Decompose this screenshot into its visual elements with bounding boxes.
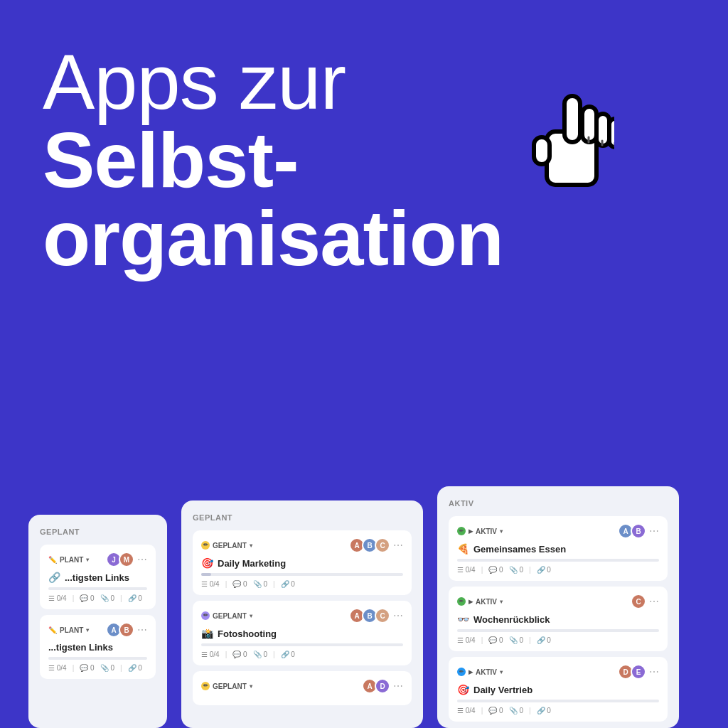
- svg-rect-4: [609, 119, 614, 147]
- task-title: ...tigsten Links: [65, 572, 129, 583]
- middle-emoji-1: 🎯: [201, 557, 213, 569]
- middle-title-1: Daily Marketing: [218, 558, 286, 569]
- status-label-2: PLANT: [60, 626, 83, 634]
- left-task-1[interactable]: ✏️ PLANT ▾ J M ⋯ 🔗 ...tigsten Links ☰: [40, 545, 156, 609]
- task-emoji: 🔗: [48, 572, 60, 583]
- status-badge-2: ✏️ PLANT ▾: [48, 626, 89, 634]
- task-title-2: ...tigsten Links: [48, 642, 113, 653]
- middle-task-3[interactable]: ✏ GEPLANT ▾ A D ⋯: [193, 671, 412, 705]
- right-emoji-3: 🎯: [457, 684, 469, 695]
- middle-more-1[interactable]: ⋯: [393, 540, 403, 551]
- right-status-label-3: AKTIV: [476, 668, 497, 676]
- left-card-header: GEPLANT: [40, 528, 156, 536]
- right-task-1[interactable]: ✏ ▶ AKTIV ▾ A B ⋯ 🍕 Gemeinsames Essen: [449, 516, 668, 581]
- cards-area: GEPLANT ✏️ PLANT ▾ J M ⋯ 🔗 ..: [0, 486, 728, 728]
- status-badge: ✏️ PLANT ▾: [48, 556, 89, 564]
- card-right: AKTIV ✏ ▶ AKTIV ▾ A B ⋯ 🍕: [437, 486, 679, 728]
- right-task-3[interactable]: ✏ ▶ AKTIV ▾ D E ⋯ 🎯 Daily Vertrieb: [449, 657, 668, 722]
- card-left: GEPLANT ✏️ PLANT ▾ J M ⋯ 🔗 ..: [28, 515, 167, 728]
- middle-task-2[interactable]: ✏ GEPLANT ▾ A B C ⋯ 📸 Fotoshooting: [193, 601, 412, 665]
- middle-status-label-2: GEPLANT: [213, 612, 247, 620]
- middle-card-header: GEPLANT: [193, 513, 412, 522]
- middle-emoji-2: 📸: [201, 628, 213, 639]
- right-meta-2: ☰ 0/4 | 💬 0 📎 0 | 🔗 0: [457, 636, 659, 644]
- right-emoji-2: 👓: [457, 614, 469, 625]
- middle-more-3[interactable]: ⋯: [393, 680, 403, 692]
- hero-line1: Apps zur: [43, 43, 503, 121]
- card-middle: GEPLANT ✏ GEPLANT ▾ A B C ⋯: [181, 500, 423, 728]
- middle-meta-2: ☰ 0/4 | 💬 0 📎 0 | 🔗 0: [201, 651, 403, 658]
- hero-line3: organisation: [43, 199, 503, 277]
- more-icon-2[interactable]: ⋯: [137, 624, 147, 636]
- right-emoji-1: 🍕: [457, 543, 469, 555]
- right-status-1: ✏ ▶ AKTIV ▾: [457, 527, 503, 535]
- middle-status-1: ✏ GEPLANT ▾: [201, 541, 252, 550]
- right-title-3: Daily Vertrieb: [473, 685, 532, 695]
- hero-line2: Selbst-: [43, 121, 503, 199]
- right-more-2[interactable]: ⋯: [649, 596, 659, 607]
- middle-title-2: Fotoshooting: [218, 628, 277, 639]
- middle-status-label-1: GEPLANT: [213, 542, 247, 550]
- right-task-2[interactable]: ✏ ▶ AKTIV ▾ C ⋯ 👓 Wochenrückblick ☰ 0/4: [449, 587, 668, 651]
- task-meta: ☰ 0/4 | 💬 0 📎 0 | 🔗 0: [48, 594, 147, 602]
- svg-rect-1: [564, 96, 580, 142]
- left-task-2[interactable]: ✏️ PLANT ▾ A B ⋯ ...tigsten Links ☰ 0/4: [40, 615, 156, 679]
- task-meta-2: ☰ 0/4 | 💬 0 📎 0 | 🔗 0: [48, 664, 147, 672]
- middle-status-3: ✏ GEPLANT ▾: [201, 682, 252, 690]
- right-card-header: AKTIV: [449, 499, 668, 508]
- svg-rect-5: [534, 137, 550, 164]
- right-status-2: ✏ ▶ AKTIV ▾: [457, 597, 503, 606]
- middle-status-2: ✏ GEPLANT ▾: [201, 611, 252, 620]
- right-meta-1: ☰ 0/4 | 💬 0 📎 0 | 🔗 0: [457, 566, 659, 574]
- right-status-label-1: AKTIV: [476, 528, 497, 535]
- more-icon[interactable]: ⋯: [137, 554, 147, 565]
- cursor-icon: [522, 85, 614, 185]
- right-title-1: Gemeinsames Essen: [473, 544, 566, 555]
- hero-text-block: Apps zur Selbst- organisation: [43, 43, 503, 277]
- right-more-3[interactable]: ⋯: [649, 666, 659, 678]
- middle-more-2[interactable]: ⋯: [393, 610, 403, 621]
- right-title-2: Wochenrückblick: [473, 614, 550, 625]
- middle-status-label-3: GEPLANT: [213, 682, 247, 690]
- right-status-label-2: AKTIV: [476, 598, 497, 606]
- middle-task-1[interactable]: ✏ GEPLANT ▾ A B C ⋯ 🎯 Daily Marketing: [193, 530, 412, 595]
- middle-meta-1: ☰ 0/4 | 💬 0 📎 0 | 🔗 0: [201, 580, 403, 588]
- right-meta-3: ☰ 0/4 | 💬 0 📎 0 | 🔗 0: [457, 707, 659, 714]
- status-label: PLANT: [60, 556, 83, 564]
- right-more-1[interactable]: ⋯: [649, 525, 659, 537]
- right-status-3: ✏ ▶ AKTIV ▾: [457, 668, 503, 676]
